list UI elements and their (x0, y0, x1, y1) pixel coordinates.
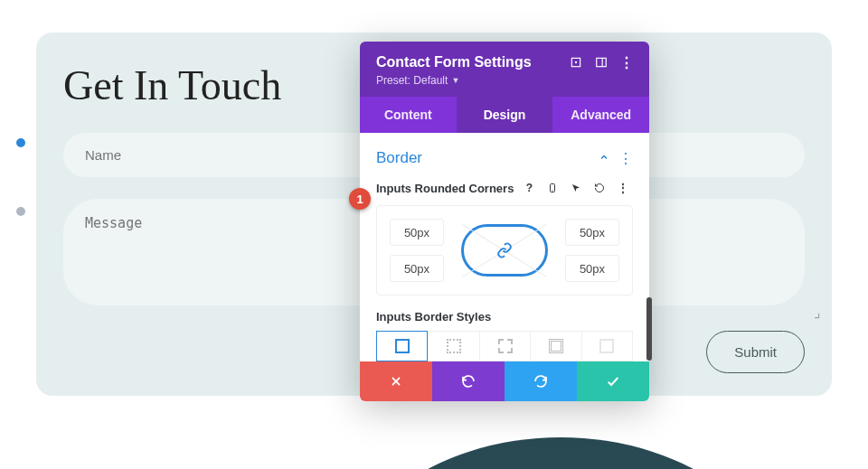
textarea-resize-handle[interactable]: ⌟ (814, 304, 821, 321)
modal-tabs: Content Design Advanced (360, 97, 649, 133)
panel-icon[interactable] (595, 56, 608, 69)
collapse-icon[interactable] (599, 151, 609, 165)
border-style-none[interactable] (581, 331, 633, 361)
page-hint-badge-1 (14, 136, 27, 149)
border-styles-row (376, 331, 633, 361)
corner-top-right[interactable]: 50px (565, 219, 619, 246)
cancel-button[interactable] (360, 361, 432, 401)
submit-button[interactable]: Submit (706, 331, 805, 373)
page-hint-badge-2 (14, 205, 27, 218)
device-icon[interactable] (544, 180, 561, 196)
svg-rect-2 (597, 58, 607, 66)
reset-icon[interactable] (591, 180, 608, 196)
annotation-badge: 1 (349, 188, 371, 210)
expand-icon[interactable] (570, 56, 582, 69)
undo-icon (461, 374, 476, 389)
modal-body: Border ⋮ Inputs Rounded Corners ? ⋮ (360, 133, 649, 361)
preset-label: Preset: Default (376, 74, 448, 87)
row-more-icon[interactable]: ⋮ (615, 180, 631, 196)
tab-content[interactable]: Content (360, 97, 457, 133)
corner-bottom-right[interactable]: 50px (565, 255, 619, 282)
tab-advanced[interactable]: Advanced (552, 97, 649, 133)
tab-design[interactable]: Design (457, 97, 553, 133)
rounded-corners-row: Inputs Rounded Corners ? ⋮ (376, 180, 633, 196)
corner-top-left[interactable]: 50px (390, 219, 444, 246)
corners-panel: 50px 50px 50px 50px (376, 205, 633, 295)
link-corners-toggle[interactable] (461, 224, 548, 277)
decorative-arc (326, 437, 796, 469)
section-more-icon[interactable]: ⋮ (618, 150, 633, 167)
modal-header: Contact Form Settings ⋮ Preset: Default … (360, 42, 649, 97)
rounded-corners-label: Inputs Rounded Corners (376, 182, 514, 195)
save-button[interactable] (577, 361, 649, 401)
border-style-solid[interactable] (376, 331, 428, 361)
help-icon[interactable]: ? (521, 180, 537, 196)
border-styles-label: Inputs Border Styles (376, 310, 633, 324)
section-title-border[interactable]: Border (376, 149, 422, 167)
undo-button[interactable] (432, 361, 505, 401)
redo-icon (533, 374, 548, 389)
chevron-down-icon: ▼ (451, 76, 459, 85)
scrollbar-thumb[interactable] (646, 297, 652, 361)
settings-modal: 1 Contact Form Settings ⋮ Preset: Defaul… (360, 42, 649, 401)
link-icon (496, 242, 513, 258)
redo-button[interactable] (505, 361, 577, 401)
border-style-dotted[interactable] (428, 331, 478, 361)
check-icon (606, 374, 620, 389)
hover-icon[interactable] (568, 180, 584, 196)
svg-point-1 (575, 61, 576, 62)
modal-footer (360, 361, 649, 401)
more-icon[interactable]: ⋮ (620, 56, 633, 69)
close-icon (390, 375, 402, 388)
border-style-dashed[interactable] (479, 331, 530, 361)
preset-dropdown[interactable]: Preset: Default ▼ (376, 74, 459, 87)
border-style-double[interactable] (530, 331, 580, 361)
corner-bottom-left[interactable]: 50px (390, 255, 444, 282)
modal-title: Contact Form Settings (376, 54, 532, 70)
